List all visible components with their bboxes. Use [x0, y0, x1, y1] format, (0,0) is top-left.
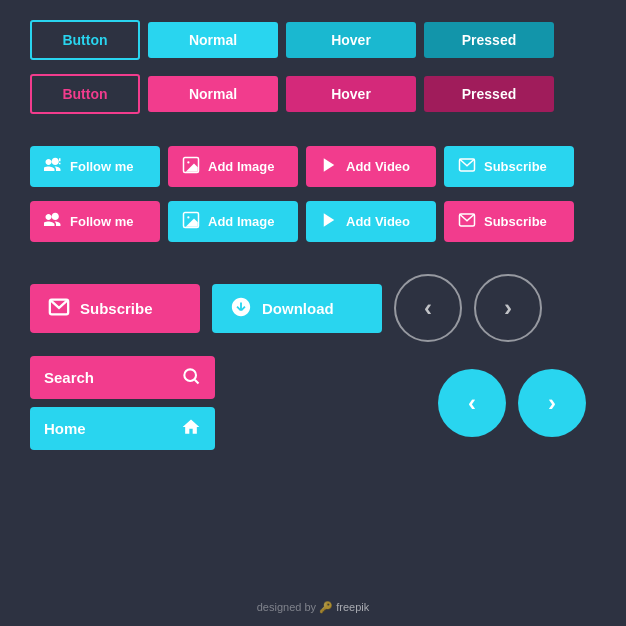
follow-me-button-pink[interactable]: Follow me — [30, 201, 160, 242]
mail-icon — [458, 156, 476, 177]
prev-solid-button[interactable]: ‹ — [438, 369, 506, 437]
subscribe-download-row: Subscribe Download ‹ › — [30, 274, 596, 342]
add-image-button-cyan[interactable]: Add Image — [168, 201, 298, 242]
mail-icon2 — [458, 211, 476, 232]
prev-outline-button[interactable]: ‹ — [394, 274, 462, 342]
action-pink-row: Follow me Add Image Add Video Subscribe — [30, 201, 596, 242]
subscribe-label2: Subscribe — [484, 214, 547, 229]
search-button[interactable]: Search — [30, 356, 215, 399]
image-icon — [182, 156, 200, 177]
search-home-row: Search Home ‹ › — [30, 356, 596, 450]
footer: designed by 🔑 freepik — [0, 601, 626, 614]
add-video-label2: Add Video — [346, 214, 410, 229]
mail-icon3 — [48, 296, 70, 321]
search-icon — [181, 366, 201, 389]
user-plus-icon2 — [44, 211, 62, 232]
svg-point-9 — [184, 369, 196, 381]
follow-me-label2: Follow me — [70, 214, 134, 229]
search-label: Search — [44, 369, 94, 386]
subscribe-label1: Subscribe — [484, 159, 547, 174]
pink-outline-button[interactable]: Button — [30, 74, 140, 114]
svg-point-5 — [187, 216, 189, 218]
download-label: Download — [262, 300, 334, 317]
add-image-label: Add Image — [208, 159, 274, 174]
blue-normal-button[interactable]: Normal — [148, 22, 278, 58]
freepik-brand: 🔑 freepik — [319, 601, 369, 613]
add-video-button-cyan[interactable]: Add Video — [306, 201, 436, 242]
home-icon — [181, 417, 201, 440]
home-button[interactable]: Home — [30, 407, 215, 450]
pink-button-states-row: Button Normal Hover Pressed — [30, 74, 596, 114]
image-icon2 — [182, 211, 200, 232]
home-label: Home — [44, 420, 86, 437]
subscribe-big-label: Subscribe — [80, 300, 153, 317]
subscribe-button-pink[interactable]: Subscribe — [444, 201, 574, 242]
pink-pressed-button[interactable]: Pressed — [424, 76, 554, 112]
blue-pressed-button[interactable]: Pressed — [424, 22, 554, 58]
next-solid-button[interactable]: › — [518, 369, 586, 437]
download-button[interactable]: Download — [212, 284, 382, 333]
add-video-button-pink[interactable]: Add Video — [306, 146, 436, 187]
action-cyan-row: Follow me Add Image Add Video Subscribe — [30, 146, 596, 187]
pink-normal-button[interactable]: Normal — [148, 76, 278, 112]
next-outline-button[interactable]: › — [474, 274, 542, 342]
subscribe-button-cyan1[interactable]: Subscribe — [444, 146, 574, 187]
svg-line-10 — [195, 380, 199, 384]
svg-point-1 — [187, 161, 189, 163]
pink-hover-button[interactable]: Hover — [286, 76, 416, 112]
svg-marker-6 — [324, 213, 335, 227]
blue-button-states-row: Button Normal Hover Pressed — [30, 20, 596, 60]
add-video-label: Add Video — [346, 159, 410, 174]
subscribe-big-button[interactable]: Subscribe — [30, 284, 200, 333]
user-plus-icon — [44, 156, 62, 177]
blue-hover-button[interactable]: Hover — [286, 22, 416, 58]
video-icon — [320, 156, 338, 177]
video-icon2 — [320, 211, 338, 232]
follow-me-button-cyan[interactable]: Follow me — [30, 146, 160, 187]
footer-text: designed by — [257, 601, 319, 613]
add-image-button-pink[interactable]: Add Image — [168, 146, 298, 187]
download-icon — [230, 296, 252, 321]
svg-marker-2 — [324, 158, 335, 172]
add-image-label2: Add Image — [208, 214, 274, 229]
blue-outline-button[interactable]: Button — [30, 20, 140, 60]
follow-me-label: Follow me — [70, 159, 134, 174]
